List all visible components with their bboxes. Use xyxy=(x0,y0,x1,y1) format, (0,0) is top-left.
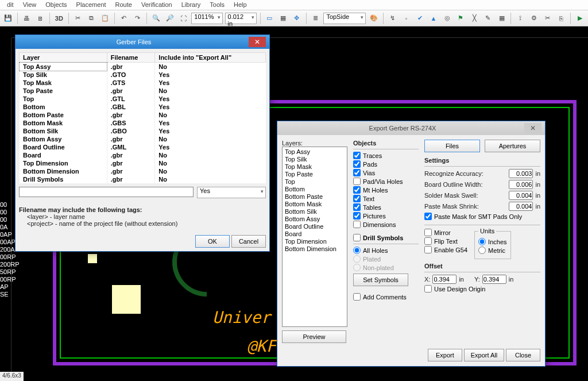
list-item[interactable]: Top xyxy=(284,178,346,186)
move-icon[interactable]: ✥ xyxy=(291,12,303,25)
table-row[interactable]: Bottom Silk.GBOYes xyxy=(20,127,266,135)
list-item[interactable]: Bottom xyxy=(284,186,346,193)
col-include[interactable]: Include into "Export All" xyxy=(155,53,266,63)
zoom-fit-icon[interactable]: ⛶ xyxy=(178,12,189,25)
menu-placement[interactable]: Placement xyxy=(72,0,111,10)
chk-mt-holes[interactable]: Mt Holes xyxy=(353,186,419,194)
list-item[interactable]: Bottom Assy xyxy=(284,215,346,223)
apertures-button[interactable]: Apertures xyxy=(485,140,540,152)
close-icon[interactable]: ✕ xyxy=(249,37,266,47)
zoom-out-icon[interactable]: 🔍 xyxy=(150,12,162,25)
paste-mask-shrink-input[interactable] xyxy=(509,202,533,211)
layer-icon[interactable]: ≣ xyxy=(310,12,322,25)
radio-inches[interactable]: Inches xyxy=(478,238,506,245)
tool-a-icon[interactable]: ⟟ xyxy=(514,12,526,25)
table-row[interactable]: Bottom Assy.gbrNo xyxy=(20,135,266,143)
chk-use-design-origin[interactable]: Use Design Origin xyxy=(424,285,540,293)
chk-drill-symbols[interactable]: Drill Symbols xyxy=(353,234,419,241)
table-row[interactable]: Bottom Dimension.gbrNo xyxy=(20,167,266,175)
print-icon[interactable]: 🖶 xyxy=(21,12,33,25)
colors-icon[interactable]: 🎨 xyxy=(368,12,380,25)
highlight-icon[interactable]: ✎ xyxy=(482,12,494,25)
cancel-button[interactable]: Cancel xyxy=(231,235,266,248)
menu-help[interactable]: Help xyxy=(229,0,252,10)
table-row[interactable]: Board Outline.GMLYes xyxy=(20,143,266,151)
close-icon[interactable]: ✕ xyxy=(524,123,541,133)
list-item[interactable]: Top Silk xyxy=(284,156,346,163)
tool-d-icon[interactable]: ⎘ xyxy=(556,12,567,25)
chk-add-comments[interactable]: Add Comments xyxy=(353,293,419,301)
chk-enable-g54[interactable]: Enable G54 xyxy=(424,246,467,253)
preview-icon[interactable]: 🗎 xyxy=(34,12,46,25)
cut-icon[interactable]: ✂ xyxy=(72,12,84,25)
solder-mask-swell-input[interactable] xyxy=(509,191,533,200)
include-filter-combo[interactable]: Yes xyxy=(197,187,266,198)
files-button[interactable]: Files xyxy=(424,140,480,152)
radio-all-holes[interactable]: All Holes xyxy=(353,247,419,254)
select-icon[interactable]: ▦ xyxy=(277,12,289,25)
set-symbols-button[interactable]: Set Symbols xyxy=(353,274,408,286)
chk-smt-only[interactable]: Paste Mask for SMT Pads Only xyxy=(424,213,540,220)
list-item[interactable]: Top Assy xyxy=(284,148,346,156)
export-titlebar[interactable]: Export Gerber RS-274X ✕ xyxy=(277,121,545,135)
filter-input[interactable] xyxy=(19,187,194,197)
table-row[interactable]: Top Silk.GTOYes xyxy=(20,71,266,79)
table-row[interactable]: Bottom Paste.gbrNo xyxy=(20,111,266,119)
table-row[interactable]: Bottom Mask.GBSYes xyxy=(20,119,266,127)
list-item[interactable]: Board xyxy=(284,230,346,238)
origin-icon[interactable]: ◎ xyxy=(442,12,453,25)
menu-route[interactable]: Route xyxy=(111,0,137,10)
export-all-button[interactable]: Export All xyxy=(464,349,504,361)
board-outline-width-input[interactable] xyxy=(509,180,533,189)
chk-flip-text[interactable]: Flip Text xyxy=(424,237,467,245)
measure-icon[interactable]: ▲ xyxy=(428,12,439,25)
chk-text[interactable]: Text xyxy=(353,195,419,202)
zoom-in-icon[interactable]: 🔎 xyxy=(164,12,176,25)
list-item[interactable]: Bottom Dimension xyxy=(284,245,346,253)
table-row[interactable]: Bottom.GBLYes xyxy=(20,103,266,111)
recognize-accuracy-input[interactable] xyxy=(509,169,533,178)
list-item[interactable]: Top Mask xyxy=(284,163,346,171)
preview-button[interactable]: Preview xyxy=(282,330,346,343)
menu-edit[interactable]: dit xyxy=(2,0,18,10)
layer-combo[interactable]: TopSide xyxy=(323,13,366,24)
menu-view[interactable]: View xyxy=(18,0,41,10)
chk-padvia-holes[interactable]: Pad/Via Holes xyxy=(353,178,419,185)
drc-icon[interactable]: ✔ xyxy=(414,12,425,25)
table-row[interactable]: Top Paste.gbrNo xyxy=(20,87,266,95)
chk-dimensions[interactable]: Dimensions xyxy=(353,221,419,228)
radio-nonplated[interactable]: Non-plated xyxy=(353,264,419,271)
menu-tools[interactable]: Tools xyxy=(205,0,229,10)
list-item[interactable]: Bottom Silk xyxy=(284,208,346,215)
list-item[interactable]: Bottom Paste xyxy=(284,193,346,201)
menu-library[interactable]: Library xyxy=(177,0,206,10)
table-row[interactable]: Top.GTLYes xyxy=(20,95,266,103)
run-icon[interactable]: ▶ xyxy=(574,12,586,25)
net-icon[interactable]: ╳ xyxy=(469,12,480,25)
3d-button[interactable]: 3D xyxy=(53,12,65,25)
list-item[interactable]: Bottom Mask xyxy=(284,201,346,208)
chk-mirror[interactable]: Mirror xyxy=(424,229,467,236)
list-item[interactable]: Top Dimension xyxy=(284,238,346,245)
tool-c-icon[interactable]: ✂ xyxy=(542,12,554,25)
chk-vias[interactable]: Vias xyxy=(353,169,419,176)
table-row[interactable]: Top Assy.gbrNo xyxy=(20,63,266,71)
export-button[interactable]: Export xyxy=(428,349,462,361)
offset-x-input[interactable] xyxy=(432,275,457,284)
menu-objects[interactable]: Objects xyxy=(41,0,71,10)
chk-traces[interactable]: Traces xyxy=(353,152,419,159)
chk-tables[interactable]: Tables xyxy=(353,203,419,211)
gerber-titlebar[interactable]: Gerber Files ✕ xyxy=(16,35,269,49)
chk-pads[interactable]: Pads xyxy=(353,160,419,168)
copy-icon[interactable]: ⧉ xyxy=(86,12,97,25)
radio-plated[interactable]: Plated xyxy=(353,255,419,263)
table-row[interactable]: Top Dimension.gbrNo xyxy=(20,159,266,167)
col-layer[interactable]: Layer xyxy=(20,53,107,63)
paste-icon[interactable]: 📋 xyxy=(99,12,111,25)
tool-b-icon[interactable]: ⚙ xyxy=(528,12,540,25)
layers-listbox[interactable]: Top AssyTop SilkTop MaskTop PasteTopBott… xyxy=(282,147,347,327)
list-item[interactable]: Top Paste xyxy=(284,171,346,178)
gerber-table[interactable]: Layer Filename Include into "Export All"… xyxy=(19,52,266,183)
close-button[interactable]: Close xyxy=(506,349,540,361)
chk-pictures[interactable]: Pictures xyxy=(353,212,419,220)
